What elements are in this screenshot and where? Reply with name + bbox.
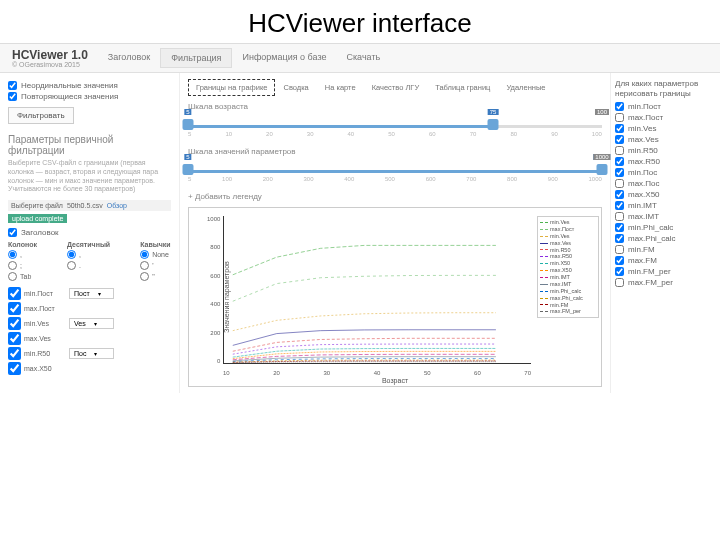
add-legend-link[interactable]: + Добавить легенду [188, 192, 602, 201]
radio-opt[interactable]: . [67, 261, 110, 270]
param-checkbox[interactable]: max.Пост [8, 302, 63, 315]
param-dropdown[interactable]: Пост▾ [69, 288, 114, 299]
subtab-4[interactable]: Таблица границ [427, 79, 498, 96]
chevron-down-icon: ▾ [98, 290, 101, 297]
file-review-link[interactable]: Обзор [107, 202, 127, 209]
legend-item: max.R50 [540, 253, 596, 260]
topnav: ЗаголовокФильтрацияИнформация о базеСкач… [98, 48, 390, 68]
param-checkbox[interactable]: max.Ves [8, 332, 63, 345]
left-panel: Неординальные значения Повторяющиеся зна… [0, 73, 180, 393]
radio-opt[interactable]: ; [8, 261, 37, 270]
csv-radio-groups: Колонок,;TabДесятичный,.КавычкиNone'" [8, 241, 171, 281]
radio-opt[interactable]: " [140, 272, 170, 281]
param-row: max.X50 [8, 362, 171, 375]
slider-knob[interactable] [183, 164, 194, 175]
right-check-item[interactable]: min.Пост [615, 102, 716, 111]
middle-panel: Границы на графикеСводкаНа картеКачество… [180, 73, 610, 393]
right-checklist: min.Постmax.Постmin.Vesmax.Vesmin.R50max… [615, 102, 716, 287]
legend-item: max.Ves [540, 240, 596, 247]
right-check-item[interactable]: min.Пос [615, 168, 716, 177]
right-check-item[interactable]: min.FM_per [615, 267, 716, 276]
radio-head: Колонок [8, 241, 37, 248]
slider-knob[interactable] [597, 164, 608, 175]
param-dropdown[interactable]: Пос▾ [69, 348, 114, 359]
right-panel: Для каких параметров нерисовать границы … [610, 73, 720, 393]
legend-item: max.X50 [540, 267, 596, 274]
legend-item: min.FM [540, 302, 596, 309]
legend-item: max.IMT [540, 281, 596, 288]
chevron-down-icon: ▾ [94, 350, 97, 357]
param-row: max.Ves [8, 332, 171, 345]
brand-block: HCViewer 1.0 © OGerasimova 2015 [12, 48, 88, 68]
param-checkbox[interactable]: min.R50 [8, 347, 63, 360]
main-area: Неординальные значения Повторяющиеся зна… [0, 73, 720, 393]
subtab-2[interactable]: На карте [317, 79, 364, 96]
param-checkbox[interactable]: max.X50 [8, 362, 63, 375]
file-browse-label: Выберите файл [11, 202, 63, 209]
radio-opt[interactable]: , [8, 250, 37, 259]
radio-opt[interactable]: ' [140, 261, 170, 270]
radio-opt[interactable]: None [140, 250, 170, 259]
right-check-item[interactable]: max.FM [615, 256, 716, 265]
right-check-item[interactable]: min.Ves [615, 124, 716, 133]
legend-item: min.Phi_calc [540, 288, 596, 295]
chk-hasheader[interactable]: Заголовок [8, 228, 171, 237]
subtab-3[interactable]: Качество ЛГУ [364, 79, 428, 96]
right-check-item[interactable]: max.Ves [615, 135, 716, 144]
right-check-item[interactable]: max.R50 [615, 157, 716, 166]
chart-inner [223, 216, 531, 364]
val-slider[interactable]: 5100010005100200300400500600700800900100… [188, 166, 602, 178]
chart-xticks: 10203040506070 [223, 370, 531, 376]
subtab-0[interactable]: Границы на графике [188, 79, 275, 96]
right-check-item[interactable]: max.IMT [615, 212, 716, 221]
right-check-item[interactable]: min.R50 [615, 146, 716, 155]
chk-repeat[interactable]: Повторяющиеся значения [8, 92, 171, 101]
legend-item: min.X50 [540, 260, 596, 267]
subtab-5[interactable]: Удаленные [498, 79, 553, 96]
file-bar[interactable]: Выберите файл 50th0.5.csv Обзор [8, 200, 171, 211]
param-rows: min.ПостПост▾max.Постmin.VesVes▾max.Vesm… [8, 287, 171, 375]
right-check-item[interactable]: max.Пост [615, 113, 716, 122]
brand-sub: © OGerasimova 2015 [12, 61, 88, 68]
right-check-item[interactable]: min.FM [615, 245, 716, 254]
subtab-1[interactable]: Сводка [275, 79, 316, 96]
subtabs: Границы на графикеСводкаНа картеКачество… [188, 79, 602, 96]
val-slider-label: Шкала значений параметров [188, 147, 602, 156]
right-heading: Для каких параметров нерисовать границы [615, 79, 716, 98]
radio-opt[interactable]: Tab [8, 272, 37, 281]
upload-status: upload complete [8, 214, 67, 223]
topnav-item-1[interactable]: Фильтрация [160, 48, 232, 68]
app-window: HCViewer 1.0 © OGerasimova 2015 Заголово… [0, 43, 720, 393]
topnav-item-3[interactable]: Скачать [336, 48, 390, 68]
right-check-item[interactable]: min.Phi_calc [615, 223, 716, 232]
param-checkbox[interactable]: min.Пост [8, 287, 63, 300]
param-row: max.Пост [8, 302, 171, 315]
legend-item: min.Ves [540, 233, 596, 240]
right-check-item[interactable]: max.X50 [615, 190, 716, 199]
legend-item: max.FM_per [540, 308, 596, 315]
filter-button[interactable]: Фильтровать [8, 107, 74, 124]
topnav-item-2[interactable]: Информация о базе [232, 48, 336, 68]
age-slider[interactable]: 5751005102030405060708090100 [188, 121, 602, 133]
slider-knob[interactable] [488, 119, 499, 130]
radio-opt[interactable]: , [67, 250, 110, 259]
chk-nonord[interactable]: Неординальные значения [8, 81, 171, 90]
slider-knob[interactable] [183, 119, 194, 130]
slide-title: HCViewer interface [0, 0, 720, 43]
param-dropdown[interactable]: Ves▾ [69, 318, 114, 329]
legend-item: min.IMT [540, 274, 596, 281]
right-check-item[interactable]: max.Пос [615, 179, 716, 188]
section-primary-filter: Параметры первичной фильтрации [8, 134, 171, 156]
legend-item: min.Ves [540, 219, 596, 226]
legend-item: min.R50 [540, 247, 596, 254]
param-checkbox[interactable]: min.Ves [8, 317, 63, 330]
chart-yticks: 10008006004002000 [207, 216, 220, 364]
right-check-item[interactable]: max.FM_per [615, 278, 716, 287]
right-check-item[interactable]: min.IMT [615, 201, 716, 210]
topnav-item-0[interactable]: Заголовок [98, 48, 160, 68]
param-row: min.R50Пос▾ [8, 347, 171, 360]
radio-head: Десятичный [67, 241, 110, 248]
file-name: 50th0.5.csv [67, 202, 103, 209]
right-check-item[interactable]: max.Phi_calc [615, 234, 716, 243]
chart: Значения параметров Возраст 100080060040… [188, 207, 602, 387]
